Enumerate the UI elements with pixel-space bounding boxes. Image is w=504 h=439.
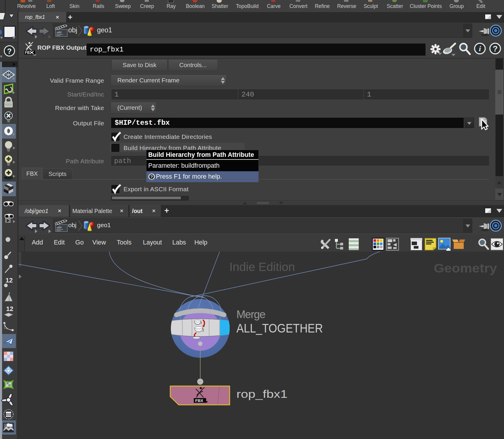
svg-text:?: ?	[7, 47, 12, 56]
svg-text:ALL_TOGETHER: ALL_TOGETHER	[236, 321, 323, 335]
svg-text:?: ?	[493, 44, 498, 53]
svg-text:rop_fbx1: rop_fbx1	[236, 388, 288, 400]
svg-text:12: 12	[6, 305, 13, 312]
svg-text:FB: FB	[25, 51, 30, 55]
svg-text:FBX: FBX	[195, 398, 203, 403]
svg-text:Merge: Merge	[236, 308, 266, 320]
svg-text:i: i	[479, 44, 481, 53]
svg-text:12: 12	[6, 277, 13, 284]
svg-text:Geometry: Geometry	[434, 261, 497, 275]
svg-text:Indie Edition: Indie Edition	[229, 260, 295, 273]
svg-text:?: ?	[150, 174, 153, 179]
